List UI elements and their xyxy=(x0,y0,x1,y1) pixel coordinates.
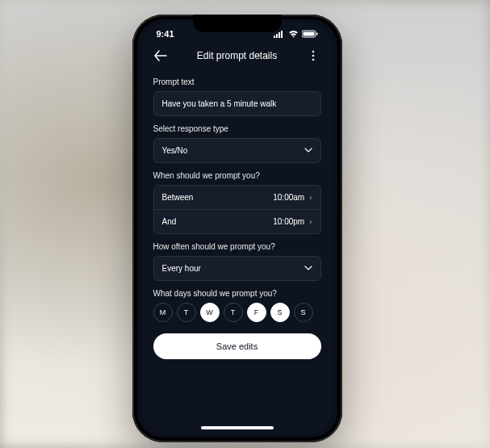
between-label: Between xyxy=(162,193,194,202)
chevron-right-icon: › xyxy=(309,193,312,202)
frequency-select[interactable]: Every hour xyxy=(153,256,321,281)
response-type-select[interactable]: Yes/No xyxy=(153,138,321,163)
page-title: Edit prompt details xyxy=(197,50,277,61)
back-button[interactable] xyxy=(153,48,168,63)
status-time: 9:41 xyxy=(157,29,174,39)
save-button[interactable]: Save edits xyxy=(153,333,321,359)
svg-rect-0 xyxy=(274,36,275,38)
svg-rect-3 xyxy=(281,31,283,38)
svg-rect-2 xyxy=(279,32,280,38)
home-indicator[interactable] xyxy=(201,426,274,429)
and-label: And xyxy=(162,217,177,226)
phone-frame: 9:41 Edit prompt details Prompt text Sel… xyxy=(132,15,342,442)
day-toggle-4[interactable]: F xyxy=(247,303,266,322)
svg-point-8 xyxy=(312,54,315,57)
day-toggle-1[interactable]: T xyxy=(177,303,196,322)
day-toggle-2[interactable]: W xyxy=(200,303,220,322)
notch xyxy=(193,15,282,32)
day-toggle-5[interactable]: S xyxy=(270,303,290,322)
chevron-down-icon xyxy=(304,264,312,272)
status-indicators xyxy=(274,30,318,38)
svg-rect-1 xyxy=(276,34,278,38)
svg-rect-5 xyxy=(303,31,314,36)
time-range-group: Between 10:00am › And 10:00pm › xyxy=(153,185,321,234)
frequency-label: How often should we prompt you? xyxy=(153,242,321,251)
day-toggle-0[interactable]: M xyxy=(153,303,173,322)
day-toggle-6[interactable]: S xyxy=(294,303,313,322)
response-type-value: Yes/No xyxy=(162,146,188,155)
prompt-text-field[interactable] xyxy=(153,91,321,116)
more-button[interactable] xyxy=(306,48,320,63)
day-toggle-3[interactable]: T xyxy=(224,303,243,322)
day-picker: MTWTFSS xyxy=(153,303,321,322)
prompt-text-input[interactable] xyxy=(162,99,312,108)
content: Prompt text Select response type Yes/No … xyxy=(142,69,333,423)
and-time-row[interactable]: And 10:00pm › xyxy=(154,209,320,233)
days-label: What days should we prompt you? xyxy=(153,289,321,298)
svg-rect-6 xyxy=(316,32,318,35)
frequency-value: Every hour xyxy=(162,264,201,273)
between-time-value: 10:00am xyxy=(273,193,304,202)
prompt-text-label: Prompt text xyxy=(153,77,321,86)
svg-point-9 xyxy=(312,58,315,61)
more-vertical-icon xyxy=(312,50,315,61)
wifi-icon xyxy=(288,30,299,38)
and-time-value: 10:00pm xyxy=(273,217,304,226)
svg-point-7 xyxy=(312,50,315,52)
chevron-down-icon xyxy=(304,146,312,154)
chevron-right-icon: › xyxy=(309,217,312,226)
schedule-label: When should we prompt you? xyxy=(153,171,321,180)
between-time-row[interactable]: Between 10:00am › xyxy=(154,186,320,209)
header: Edit prompt details xyxy=(142,40,333,69)
battery-icon xyxy=(302,30,318,38)
arrow-left-icon xyxy=(154,50,167,61)
response-type-label: Select response type xyxy=(153,124,321,133)
screen: 9:41 Edit prompt details Prompt text Sel… xyxy=(142,23,333,434)
